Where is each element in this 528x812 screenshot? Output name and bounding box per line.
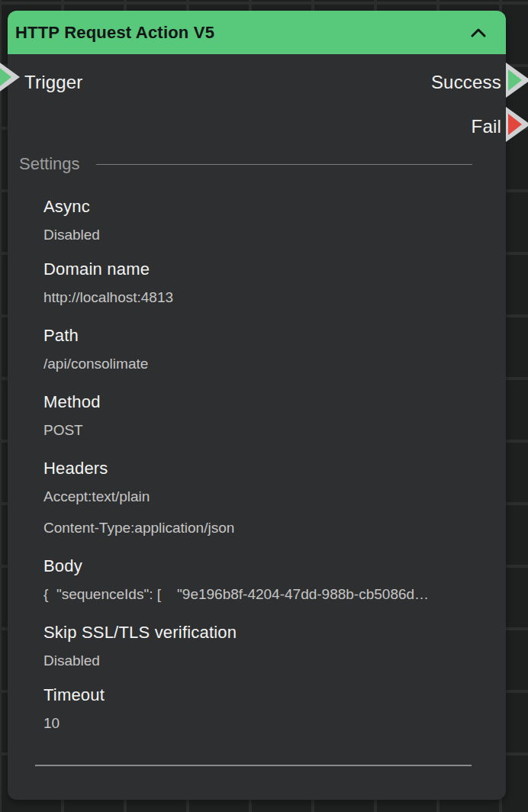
node-editor-canvas[interactable]: HTTP Request Action V5 Trigger Success F…: [0, 0, 528, 812]
settings-section-title: Settings: [19, 154, 80, 174]
field-value: http://localhost:4813: [43, 288, 488, 306]
port-label-fail: Fail: [472, 117, 501, 137]
field-value: /api/consolimate: [43, 355, 488, 372]
settings-section-header: Settings: [19, 154, 472, 174]
fail-port-arrow-icon[interactable]: [506, 107, 528, 142]
node-title: HTTP Request Action V5: [15, 23, 214, 43]
port-label-trigger: Trigger: [24, 72, 83, 92]
field-value: POST: [43, 421, 488, 439]
field-value: Accept:text/plain: [43, 488, 488, 505]
field-body: Body { "sequenceIds": [ "9e196b8f-4204-4…: [43, 556, 488, 603]
field-headers: Headers Accept:text/plain Content-Type:a…: [43, 459, 488, 536]
field-value: { "sequenceIds": [ "9e196b8f-4204-47dd-9…: [43, 585, 488, 603]
field-label: Body: [43, 556, 488, 576]
success-port-arrow-icon[interactable]: [506, 63, 528, 98]
field-domain-name: Domain name http://localhost:4813: [43, 259, 488, 306]
chevron-up-icon[interactable]: [469, 24, 488, 42]
field-skip-ssl: Skip SSL/TLS verification Disabled: [43, 623, 488, 669]
trigger-port-arrow-icon[interactable]: [0, 60, 21, 95]
field-label: Domain name: [43, 259, 488, 279]
field-label: Skip SSL/TLS verification: [43, 623, 488, 643]
field-method: Method POST: [43, 392, 488, 439]
field-async: Async Disabled: [43, 197, 488, 243]
field-value: Disabled: [43, 652, 488, 669]
port-label-success: Success: [431, 72, 501, 92]
field-timeout: Timeout 10: [43, 685, 488, 732]
node-header[interactable]: HTTP Request Action V5: [8, 11, 506, 54]
field-label: Timeout: [43, 685, 488, 705]
field-value: Content-Type:application/json: [43, 519, 488, 536]
field-label: Path: [43, 326, 488, 346]
field-label: Headers: [43, 459, 488, 478]
field-label: Method: [43, 392, 488, 412]
field-value: Disabled: [43, 226, 488, 243]
field-label: Async: [43, 197, 488, 217]
field-path: Path /api/consolimate: [43, 326, 488, 372]
http-request-node[interactable]: HTTP Request Action V5 Trigger Success F…: [8, 11, 506, 800]
settings-divider-line: [96, 164, 473, 165]
node-footer-divider: [35, 765, 472, 766]
field-value: 10: [43, 714, 488, 732]
